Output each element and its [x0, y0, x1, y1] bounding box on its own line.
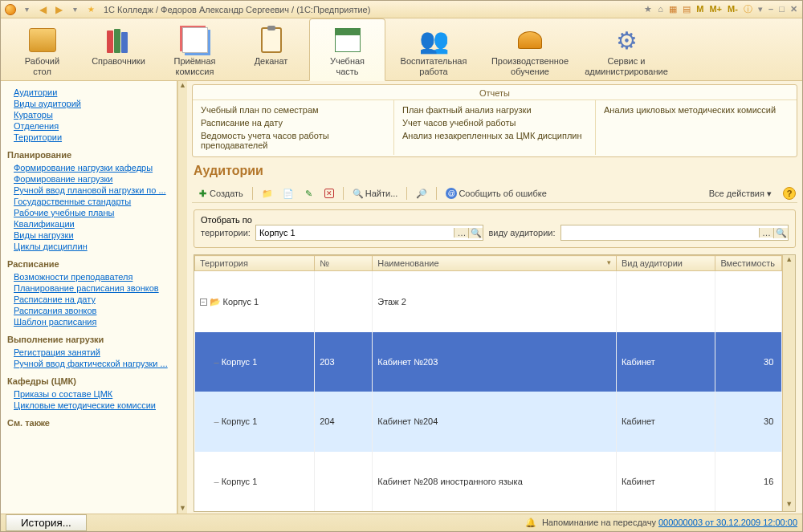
column-header[interactable]: Вместимость [715, 256, 782, 271]
calendar-icon [310, 24, 385, 56]
app-menu-button[interactable] [4, 3, 17, 16]
titlebar-right: ★ ⌂ ▦ ▤ M M+ M- ⓘ ▾ – □ ✕ [642, 3, 799, 15]
column-header[interactable]: Территория [195, 256, 315, 271]
sidebar-link[interactable]: Виды аудиторий [14, 99, 170, 108]
info-icon[interactable]: ⓘ [744, 4, 752, 14]
copy-button[interactable]: 📄 [279, 186, 297, 201]
report-link[interactable]: Учебный план по семестрам [201, 104, 385, 116]
tab-desktop[interactable]: Рабочий стол [4, 18, 80, 80]
delete-icon: ✕ [324, 189, 334, 198]
tab-education[interactable]: Учебная часть [309, 18, 385, 81]
table-row[interactable]: – Корпус 1203Кабинет №203Кабинет30 [195, 332, 782, 392]
sidebar-link[interactable]: Формирование нагрузки [14, 174, 170, 184]
tab-admission[interactable]: Приёмная комиссия [157, 18, 233, 80]
fav2-icon[interactable]: ★ [644, 4, 652, 14]
sidebar-link[interactable]: Приказы о составе ЦМК [14, 389, 170, 399]
sidebar-link[interactable]: Регистрация занятий [14, 347, 170, 357]
delete-button[interactable]: ✕ [321, 187, 337, 200]
statusbar: История... 🔔 Напоминание на пересдачу 00… [1, 514, 802, 531]
report-link[interactable]: Анализ незакрепленных за ЦМК дисциплин [402, 129, 587, 142]
main-toolbar: Рабочий стол Справочники Приёмная комисс… [1, 18, 802, 81]
report-link[interactable]: Анализ цикловых методических комиссий [604, 104, 789, 116]
report-link[interactable]: Учет часов учебной работы [402, 116, 587, 129]
territory-choose-button[interactable]: … [454, 228, 468, 238]
type-search-button[interactable]: 🔍 [773, 228, 788, 238]
sidebar-scrollbar[interactable]: ▲▼ [177, 81, 187, 515]
type-choose-button[interactable]: … [759, 228, 773, 238]
sidebar-link[interactable]: Цикловые методические комиссии [14, 400, 170, 410]
sidebar-link[interactable]: Ручной ввод плановой нагрузки по ... [14, 185, 170, 195]
helmet-icon [483, 24, 577, 56]
dropdown-icon[interactable]: ▾ [20, 3, 33, 16]
sidebar-link[interactable]: Государственные стандарты [14, 197, 170, 206]
calc-icon[interactable]: ▤ [683, 4, 691, 14]
edit-button[interactable]: ✎ [300, 186, 318, 201]
status-link[interactable]: 000000003 от 30.12.2009 12:00:00 [658, 518, 797, 527]
mplus-button[interactable]: M+ [709, 4, 722, 14]
all-actions-button[interactable]: Все действия ▾ [709, 189, 772, 199]
sidebar-link[interactable]: Шаблон расписания [14, 317, 170, 327]
sidebar-link[interactable]: Виды нагрузки [14, 230, 170, 240]
sidebar-link[interactable]: Кураторы [14, 110, 170, 120]
table-row[interactable]: – Корпус 1204Кабинет №204Кабинет30 [195, 392, 782, 451]
tab-upbringing[interactable]: 👥 Воспитательная работа [385, 18, 482, 80]
tab-directories[interactable]: Справочники [80, 18, 157, 80]
tab-industrial[interactable]: Производственное обучение [482, 18, 578, 80]
report-link[interactable]: План фактный анализ нагрузки [402, 104, 587, 116]
report-link[interactable]: Ведомость учета часов работы преподавате… [201, 129, 385, 152]
sidebar-link[interactable]: Рабочие учебные планы [14, 208, 170, 217]
report-bug-button[interactable]: @Сообщить об ошибке [442, 186, 549, 201]
dropdown2-icon[interactable]: ▾ [68, 3, 81, 16]
sidebar-group-title: Планирование [7, 150, 170, 160]
report-link[interactable]: Расписание на дату [201, 116, 385, 129]
sidebar-link[interactable]: Планирование расписания звонков [14, 283, 170, 293]
column-header[interactable]: № [315, 256, 373, 271]
clear-filter-button[interactable]: 🔎 [413, 186, 430, 201]
favorite-icon[interactable]: ★ [84, 3, 97, 16]
minimize-button[interactable]: – [768, 4, 773, 14]
sidebar-group-title: Выполнение нагрузки [7, 335, 170, 344]
clear-filter-icon: 🔎 [416, 188, 427, 199]
sidebar-link[interactable]: Возможности преподавателя [14, 272, 170, 282]
info-dropdown-icon[interactable]: ▾ [758, 4, 763, 14]
history-button[interactable]: История... [6, 514, 87, 531]
mminus-button[interactable]: M- [728, 4, 738, 14]
sidebar-link[interactable]: Ручной ввод фактической нагрузки ... [14, 359, 170, 368]
bug-icon: @ [446, 188, 457, 199]
column-header[interactable]: Вид аудитории [616, 256, 715, 271]
content-area: Отчеты Учебный план по семестрамРасписан… [187, 81, 802, 515]
sidebar-link[interactable]: Территории [14, 132, 170, 142]
desktop-icon [5, 24, 79, 56]
territory-input[interactable] [256, 225, 454, 240]
column-header[interactable]: Наименование▾ [373, 256, 617, 271]
create-button[interactable]: ✚Создать [194, 186, 247, 201]
table-row[interactable]: −📂 Корпус 1Этаж 2 [195, 271, 782, 333]
tab-service[interactable]: ⚙ Сервис и администрирование [578, 18, 675, 80]
data-table[interactable]: Территория№Наименование▾Вид аудиторииВме… [194, 255, 782, 511]
territory-search-button[interactable]: 🔍 [468, 228, 483, 238]
grid-icon[interactable]: ▦ [669, 4, 677, 14]
tree-expander[interactable]: − [200, 298, 207, 306]
help-icon[interactable]: ? [783, 187, 796, 200]
new-folder-button[interactable]: 📁 [259, 186, 276, 201]
maximize-button[interactable]: □ [779, 4, 785, 14]
table-row[interactable]: – Корпус 1Кабинет №208 иностранного язык… [195, 452, 782, 511]
sidebar-link[interactable]: Расписание на дату [14, 294, 170, 304]
find-button[interactable]: 🔍Найти... [349, 186, 402, 201]
titlebar: ▾ ◀ ▶ ▾ ★ 1С Колледж / Федоров Александр… [1, 1, 802, 18]
home-icon[interactable]: ⌂ [658, 4, 663, 14]
table-scrollbar[interactable]: ▲▼ [782, 255, 795, 511]
sidebar-link[interactable]: Циклы дисциплин [14, 242, 170, 251]
back-icon[interactable]: ◀ [36, 3, 49, 16]
sidebar-link[interactable]: Квалификации [14, 219, 170, 229]
tab-dean[interactable]: Деканат [233, 18, 309, 80]
sidebar-link[interactable]: Отделения [14, 121, 170, 131]
sidebar-link[interactable]: Формирование нагрузки кафедры [14, 163, 170, 173]
sidebar-link[interactable]: Расписания звонков [14, 306, 170, 315]
type-input[interactable] [561, 225, 759, 240]
close-button[interactable]: ✕ [790, 4, 797, 14]
m-button[interactable]: M [696, 4, 703, 14]
list-toolbar: ✚Создать 📁 📄 ✎ ✕ 🔍Найти... 🔎 @Сообщить о… [192, 185, 797, 203]
sidebar-link[interactable]: Аудитории [14, 87, 170, 97]
forward-icon[interactable]: ▶ [52, 3, 65, 16]
